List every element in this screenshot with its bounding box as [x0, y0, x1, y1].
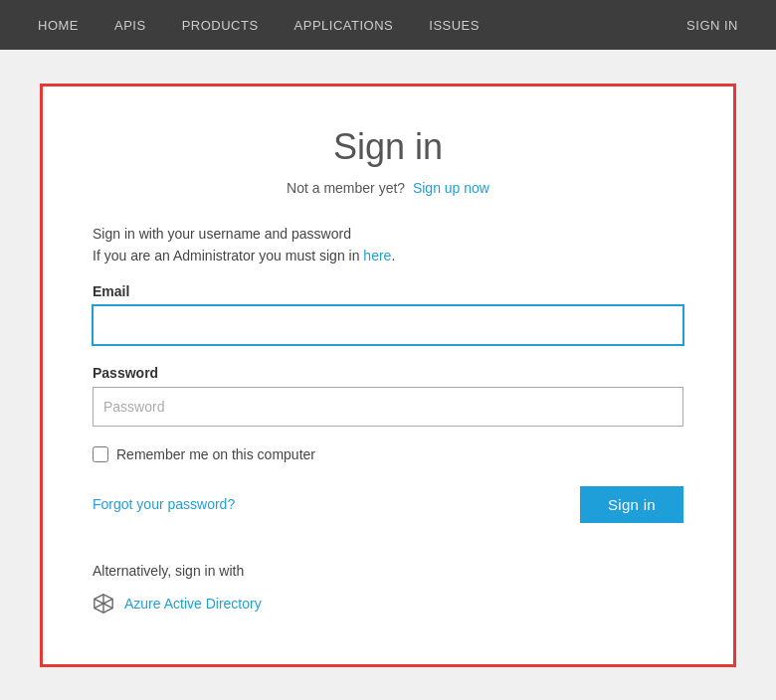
alt-signin-label: Alternatively, sign in with	[93, 563, 683, 579]
nav-items: HOME APIS PRODUCTS APPLICATIONS ISSUES S…	[20, 0, 756, 50]
nav-home[interactable]: HOME	[20, 0, 97, 50]
aad-icon	[93, 593, 114, 614]
actions-row: Forgot your password? Sign in	[93, 486, 683, 523]
password-label: Password	[93, 365, 683, 381]
nav-apis[interactable]: APIS	[97, 0, 164, 50]
email-label: Email	[93, 283, 683, 299]
remember-checkbox[interactable]	[93, 446, 108, 462]
aad-row[interactable]: Azure Active Directory	[93, 593, 683, 614]
nav-issues[interactable]: ISSUES	[411, 0, 497, 50]
navigation: HOME APIS PRODUCTS APPLICATIONS ISSUES S…	[0, 0, 776, 50]
page-wrapper: Sign in Not a member yet? Sign up now Si…	[0, 50, 776, 700]
page-title: Sign in	[93, 126, 683, 168]
nav-products[interactable]: PRODUCTS	[164, 0, 277, 50]
admin-text: If you are an Administrator you must sig…	[93, 248, 683, 263]
admin-here-link[interactable]: here	[363, 248, 391, 263]
remember-row: Remember me on this computer	[93, 446, 683, 462]
aad-link[interactable]: Azure Active Directory	[124, 596, 262, 612]
not-member-text: Not a member yet?	[287, 180, 405, 196]
admin-text-prefix: If you are an Administrator you must sig…	[93, 248, 363, 263]
admin-text-suffix: .	[391, 248, 395, 263]
sign-in-button[interactable]: Sign in	[580, 486, 683, 523]
form-container: Sign in Not a member yet? Sign up now Si…	[40, 84, 736, 667]
forgot-password-link[interactable]: Forgot your password?	[93, 496, 235, 512]
info-line1: Sign in with your username and password	[93, 226, 683, 242]
nav-applications[interactable]: APPLICATIONS	[277, 0, 412, 50]
signup-link[interactable]: Sign up now	[413, 180, 489, 196]
email-input[interactable]	[93, 305, 683, 345]
remember-label: Remember me on this computer	[116, 446, 315, 462]
password-input[interactable]	[93, 387, 683, 427]
nav-sign-in[interactable]: SIGN IN	[669, 0, 756, 50]
signup-row: Not a member yet? Sign up now	[93, 180, 683, 196]
